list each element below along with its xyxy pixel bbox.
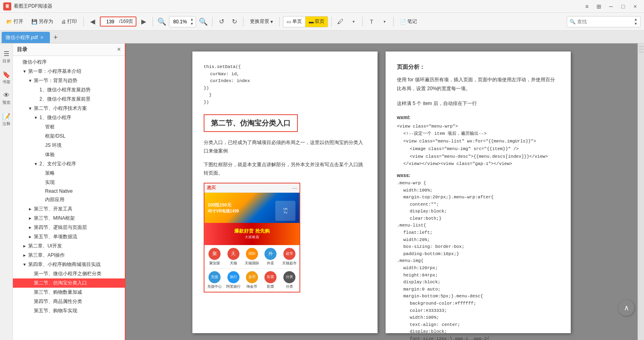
sidebar-item-preview[interactable]: 👁 预览 [1,89,12,109]
zoom-out-button[interactable]: 🔍 [156,16,167,27]
toc-item-t9[interactable]: 框架/DSL [13,132,125,141]
toc-item-t23[interactable]: ▼第四章、小程序购物商城项目实战 [13,260,125,269]
toc-item-t22[interactable]: ►第三章、API操作 [13,251,125,260]
content-area[interactable]: this.setData({ curNav: id, curIndex: ind… [126,43,638,340]
toc-item-t1[interactable]: 微信小程序 [13,58,125,67]
toc-item-t25[interactable]: 第二节、仿淘宝分类入口 [13,278,125,288]
note-button[interactable]: 📄 笔记 [397,16,420,28]
toc-item-t8[interactable]: 管桩 [13,122,125,132]
pdf-page-left: this.setData({ curNav: id, curIndex: ind… [192,52,378,333]
double-page-button[interactable]: ▬ 双页 [305,16,328,27]
maximize-button[interactable]: □ [617,2,629,10]
toc-item-t19[interactable]: ►第四节、逻辑层与页面层 [13,223,125,232]
sidebar-item-bookmark[interactable]: 🔖 书签 [1,68,12,88]
search-wrap: 🔍 ▲ ▼ [567,16,641,27]
toc-header: 目录 × [13,43,125,56]
page-total: /169页 [119,18,133,25]
sidebar-item-annotation[interactable]: 📝 注释 [1,109,12,130]
toc-label-t5: 2、微信小程序发展前景 [39,96,91,103]
toc-item-t28[interactable]: 第五节、购物车实现 [13,306,125,315]
code-block-left: this.setData({ curNav: id, curIndex: ind… [204,64,366,106]
search-prev-button[interactable]: ▲ [634,17,638,22]
minimize-button[interactable]: ─ [605,2,617,10]
toc-item-t7[interactable]: ▼1、微信小程序 [13,113,125,122]
tile-icon[interactable]: ⊞ [593,2,605,10]
toc-item-t11[interactable]: 体验 [13,150,125,159]
app-title: 看图王PDF阅读器 [14,3,52,10]
toc-item-t20[interactable]: ►第五节、单项数据流 [13,232,125,241]
close-button[interactable]: × [630,2,641,10]
single-page-button[interactable]: ▭ 单页 [283,16,305,27]
text-button[interactable]: T [366,16,377,27]
zoom-input[interactable] [171,19,189,25]
tab-close-button[interactable]: × [40,34,43,41]
toc-panel: 目录 × 微信小程序▼第一章：小程序基本介绍▼第一节：背景与趋势1、微信小程序发… [13,43,126,340]
toc-item-t3[interactable]: ▼第一节：背景与趋势 [13,76,125,85]
toc-item-t17[interactable]: ►第三节、开发工具 [13,204,125,214]
icon-tmallgj: 国际 [246,248,258,260]
icon-label-tmallcs: 天猫超市 [282,261,297,266]
open-button[interactable]: 📂 打开 [3,16,27,28]
section-title-box: 第二节、仿淘宝分类入口 [204,114,298,132]
toc-label-t20: 第五节、单项数据流 [34,233,77,240]
saveas-button[interactable]: 💾 另存为 [28,16,56,28]
toc-content[interactable]: 微信小程序▼第一章：小程序基本介绍▼第一节：背景与趋势1、微信小程序发展趋势2、… [13,56,125,340]
tab-label: 微信小程序.pdf [6,34,38,41]
toc-item-t12[interactable]: ▼2、支付宝小程序 [13,159,125,169]
toc-item-t27[interactable]: 第四节、商品属性分类 [13,297,125,306]
wxml-line: </view></view><view class="gap-1"></view… [403,160,559,168]
main-layout: ☰ 目录 🔖 书签 👁 预览 📝 注释 目录 × 微信小程序▼第一章：小程序基本… [0,43,644,340]
zoom-in-button[interactable]: 🔍 [198,16,209,27]
toc-toggle-t2: ▼ [22,69,27,74]
text-arrow-button[interactable]: ▾ [379,16,390,27]
toc-item-t26[interactable]: 第三节、购物数量加减 [13,288,125,297]
icon-tmall: 天 [227,248,239,260]
icon-row-1: 聚 聚划算 天 天猫 国际 天猫国际 外 外卖 [204,245,299,268]
toc-label-t3: 第一节：背景与趋势 [34,77,77,84]
toc-toggle-t23: ▼ [22,262,27,267]
rotate-right-button[interactable]: ↻ [229,16,240,27]
menu-icon[interactable]: ≡ [581,2,592,10]
tab-add-button[interactable]: + [50,32,61,43]
page-input[interactable] [103,19,118,25]
edge-item [639,52,644,53]
tab-pdf[interactable]: 微信小程序.pdf × [2,32,50,43]
zoom-down-button[interactable]: ▼ [190,22,194,26]
toc-item-t2[interactable]: ▼第一章：小程序基本介绍 [13,67,125,76]
toc-close-button[interactable]: × [117,46,121,53]
prev-page-button[interactable]: ◀ [87,16,98,27]
code-line: curNav: id, [210,71,366,78]
saveas-icon: 💾 [31,19,37,25]
print-button[interactable]: 🖨 打印 [58,16,80,28]
icon-label-chongzhi: 充值中心 [207,284,222,289]
toc-item-t14[interactable]: 实现 [13,178,125,187]
toc-item-t13[interactable]: 策略 [13,169,125,178]
view-mode-group: ▭ 单页 ▬ 双页 [283,16,328,27]
toc-item-t4[interactable]: 1、微信小程序发展趋势 [13,85,125,95]
toc-item-t18[interactable]: ►第三节、MINA框架 [13,214,125,223]
bg-button[interactable]: 更换背景 ▾ [247,16,276,28]
highlight-arrow-button[interactable]: ▾ [348,16,359,27]
highlight-button[interactable]: 🖊 [335,16,346,27]
eye-icon: 👁 [3,92,10,99]
toc-item-t6[interactable]: ▼第二节、小程序技术方案 [13,104,125,113]
toc-label-t10: JS 环境 [45,142,62,149]
scroll-to-top-button[interactable]: ∧ [618,300,634,316]
sidebar-item-toc[interactable]: ☰ 目录 [1,47,12,67]
icon-label-fenlei: 分类 [286,284,293,289]
toc-label-t22: 第三章、API操作 [28,252,65,259]
zoom-up-button[interactable]: ▲ [190,17,194,22]
search-next-button[interactable]: ▼ [634,22,638,26]
toc-label-t11: 体验 [45,151,55,158]
toc-item-t24[interactable]: 第一节、微信小程序之侧栏分类 [13,269,125,278]
menu-dots: ··· [292,185,297,191]
right-edge-panel [638,43,644,340]
toc-item-t21[interactable]: ►第二章、UI开发 [13,241,125,251]
rotate-left-button[interactable]: ↺ [216,16,227,27]
toc-item-t15[interactable]: React Native [13,187,125,195]
toc-item-t10[interactable]: JS 环境 [13,141,125,150]
toc-item-t16[interactable]: 内部应用 [13,195,125,204]
toc-item-t5[interactable]: 2、微信小程序发展前景 [13,95,125,104]
next-page-button[interactable]: ▶ [138,16,149,27]
search-input[interactable] [577,19,634,25]
